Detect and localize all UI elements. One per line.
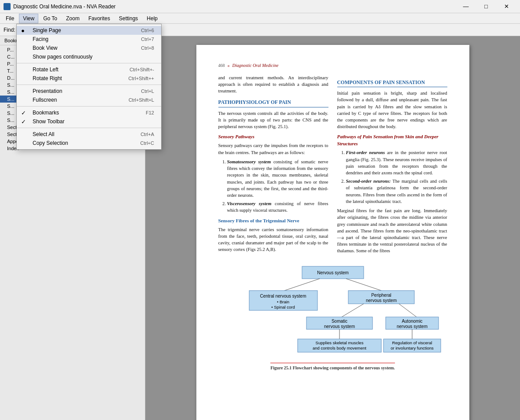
- separator-2: [17, 85, 161, 85]
- svg-text:or involuntary functions: or involuntary functions: [391, 346, 434, 350]
- list-item: Viscerosensory system consisting of nerv…: [227, 200, 328, 214]
- figure-caption-text: Flowchart showing components of the nerv…: [293, 365, 395, 370]
- menu-facing[interactable]: Facing Ctrl+7: [17, 35, 161, 44]
- svg-text:• Spinal cord: • Spinal cord: [271, 305, 295, 309]
- menu-bookmarks[interactable]: ✓ Bookmarks F12: [17, 108, 161, 117]
- select-all-shortcut: Ctrl+A: [123, 132, 154, 137]
- app-icon: [4, 3, 11, 10]
- book-view-shortcut: Ctrl+8: [123, 45, 154, 51]
- presentation-shortcut: Ctrl+L: [123, 88, 154, 94]
- menu-settings[interactable]: Settings: [115, 14, 142, 23]
- titlebar-controls: — □ ✕: [456, 0, 516, 13]
- menu-view[interactable]: View: [19, 14, 38, 23]
- show-toolbar-check: ✓: [21, 118, 26, 125]
- pathophysiology-heading: PATHOPHYSIOLOGY OF PAIN: [218, 99, 328, 107]
- rotate-left-shortcut: Ctrl+Shift+-: [112, 67, 154, 72]
- svg-text:Nervous system: Nervous system: [317, 270, 349, 275]
- bookmarks-shortcut: F12: [128, 110, 154, 115]
- find-label: Find:: [4, 27, 15, 33]
- single-page-shortcut: Ctrl+6: [123, 28, 154, 33]
- flowchart: Nervous system Central nervous system • …: [218, 264, 447, 372]
- menu-copy-selection[interactable]: Copy Selection Ctrl+C: [17, 139, 161, 147]
- page-arrows: «: [228, 63, 230, 69]
- second-order-cont: Marginal fibres for the fast pain are lo…: [337, 207, 447, 254]
- separator-3: [17, 106, 161, 107]
- two-column-layout: and current treatment methods. An interd…: [218, 74, 447, 257]
- menu-rotate-right[interactable]: Rotate Right Ctrl+Shift++: [17, 74, 161, 83]
- show-toolbar-label: Show Toolbar: [33, 118, 65, 125]
- menu-single-page[interactable]: ● Single Page Ctrl+6: [17, 26, 161, 35]
- menu-favorites[interactable]: Favorites: [85, 14, 114, 23]
- facing-shortcut: Ctrl+7: [123, 37, 154, 42]
- svg-line-2: [284, 279, 320, 291]
- show-pages-label: Show pages continuously: [33, 54, 92, 60]
- figure-caption-label: Figure 25.1: [270, 365, 291, 370]
- svg-text:Regulation of visceral: Regulation of visceral: [392, 340, 432, 345]
- components-intro: Initial pain sensation is bright, sharp …: [337, 90, 447, 130]
- pain-pathways-list: First-order neurons are in the posterior…: [337, 149, 447, 205]
- menu-presentation[interactable]: Presentation Ctrl+L: [17, 87, 161, 96]
- minimize-button[interactable]: —: [456, 0, 476, 13]
- intro-text: and current treatment methods. An interd…: [218, 74, 328, 95]
- single-page-label: Single Page: [33, 27, 61, 33]
- pathways-heading: Pathways of Pain Sensation from Skin and…: [337, 133, 447, 147]
- list-item: First-order neurons are in the posterior…: [346, 149, 447, 176]
- menu-show-pages-continuously[interactable]: Show pages continuously: [17, 52, 161, 61]
- book-view-label: Book View: [33, 45, 57, 51]
- menu-help[interactable]: Help: [143, 14, 162, 23]
- close-button[interactable]: ✕: [496, 0, 516, 13]
- svg-text:Peripheral: Peripheral: [371, 293, 391, 298]
- sensory-pathways-list: Somatosensory system consisting of somat…: [218, 158, 328, 214]
- sensory-pathways-text: Sensory pathways carry the impulses from…: [218, 142, 328, 155]
- copy-selection-label: Copy Selection: [33, 140, 68, 146]
- right-column: COMPONENTS OF PAIN SENSATION Initial pai…: [337, 74, 447, 257]
- page-number: 468: [218, 63, 225, 69]
- menu-select-all[interactable]: Select All Ctrl+A: [17, 130, 161, 139]
- svg-line-3: [346, 279, 381, 291]
- list-item: Second-order neurons: The marginal cells…: [346, 178, 447, 205]
- svg-text:• Brain: • Brain: [277, 299, 289, 304]
- left-column: and current treatment methods. An interd…: [218, 74, 328, 257]
- rotate-right-label: Rotate Right: [33, 75, 62, 81]
- bookmarks-label: Bookmarks: [33, 110, 59, 116]
- svg-text:nervous system: nervous system: [365, 298, 396, 303]
- menu-goto[interactable]: Go To: [39, 14, 61, 23]
- svg-text:Supplies skeletal muscles: Supplies skeletal muscles: [315, 340, 363, 345]
- view-menu-dropdown: ● Single Page Ctrl+6 Facing Ctrl+7 Book …: [16, 24, 162, 150]
- menu-show-toolbar[interactable]: ✓ Show Toolbar: [17, 117, 161, 126]
- select-all-label: Select All: [33, 131, 54, 137]
- sensory-pathways-heading: Sensory Pathways: [218, 133, 328, 140]
- svg-text:nervous system: nervous system: [396, 324, 427, 329]
- menu-fullscreen[interactable]: Fullscreen Ctrl+Shift+L: [17, 96, 161, 104]
- trigeminal-text: The trigeminal nerve carries somatosenso…: [218, 226, 328, 253]
- svg-text:nervous system: nervous system: [324, 324, 354, 329]
- menu-book-view[interactable]: Book View Ctrl+8: [17, 44, 161, 52]
- facing-label: Facing: [33, 36, 48, 42]
- rotate-left-label: Rotate Left: [33, 66, 59, 73]
- menubar: File View Go To Zoom Favorites Settings …: [0, 13, 520, 24]
- trigeminal-heading: Sensory Fibres of the Trigeminal Nerve: [218, 217, 328, 225]
- maximize-button[interactable]: □: [476, 0, 496, 13]
- figure-caption: Figure 25.1 Flowchart showing components…: [270, 363, 395, 372]
- fullscreen-shortcut: Ctrl+Shift+L: [111, 97, 154, 103]
- fullscreen-label: Fullscreen: [33, 97, 57, 103]
- presentation-label: Presentation: [33, 88, 62, 94]
- rotate-right-shortcut: Ctrl+Shift++: [111, 76, 154, 81]
- separator-1: [17, 63, 161, 63]
- menu-rotate-left[interactable]: Rotate Left Ctrl+Shift+-: [17, 65, 161, 74]
- page-doc-title: Diagnostic Oral Medicine: [232, 63, 279, 69]
- flowchart-svg: Nervous system Central nervous system • …: [223, 264, 443, 361]
- svg-line-12: [399, 304, 417, 317]
- page: 468 « Diagnostic Oral Medicine and curre…: [196, 45, 469, 420]
- menu-file[interactable]: File: [2, 14, 18, 23]
- svg-text:Central nervous system: Central nervous system: [260, 294, 306, 298]
- svg-text:Autonomic: Autonomic: [402, 319, 422, 324]
- svg-text:and controls body movement: and controls body movement: [313, 346, 366, 350]
- components-heading: COMPONENTS OF PAIN SENSATION: [337, 79, 447, 88]
- single-page-check: ●: [21, 27, 25, 34]
- bookmarks-check: ✓: [21, 110, 26, 116]
- document-area[interactable]: 468 « Diagnostic Oral Medicine and curre…: [145, 36, 520, 420]
- svg-line-11: [342, 304, 364, 317]
- menu-zoom[interactable]: Zoom: [62, 14, 84, 23]
- app-title: Diagnostic Oral Medicine.nva - NVA Reade…: [13, 4, 116, 10]
